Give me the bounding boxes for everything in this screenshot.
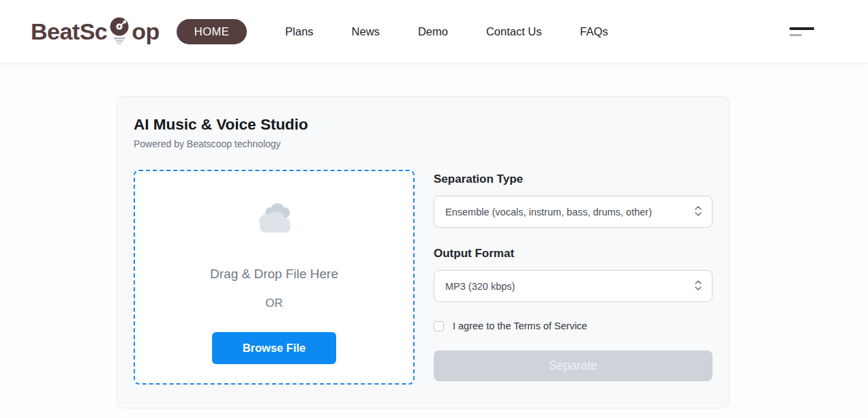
file-dropzone[interactable]: Drag & Drop File Here OR Browse File (134, 170, 415, 385)
page-subtitle: Powered by Beatscoop technology (134, 138, 713, 149)
nav-item-plans[interactable]: Plans (285, 25, 313, 38)
nav-item-demo[interactable]: Demo (418, 25, 448, 38)
main-nav: HOME Plans News Demo Contact Us FAQs (177, 19, 608, 44)
separation-form: Separation Type Ensemble (vocals, instru… (434, 170, 713, 385)
output-format-value: MP3 (320 kbps) (445, 281, 515, 292)
cloud-upload-icon (252, 200, 297, 237)
menu-button[interactable] (790, 23, 814, 40)
dropzone-or-divider: OR (265, 297, 283, 310)
nav-item-faqs[interactable]: FAQs (580, 25, 608, 38)
studio-card: AI Music & Voice Studio Powered by Beats… (117, 96, 730, 408)
separation-type-label: Separation Type (434, 173, 713, 186)
separate-button[interactable]: Separate (434, 350, 713, 381)
logo-text-left: BeatSc (31, 18, 107, 45)
main-content: AI Music & Voice Studio Powered by Beats… (0, 96, 868, 408)
brand-logo[interactable]: BeatSc op (31, 10, 160, 53)
terms-checkbox[interactable] (434, 321, 444, 331)
nav-item-home[interactable]: HOME (177, 19, 248, 44)
terms-label: I agree to the Terms of Service (453, 320, 587, 331)
chevron-up-down-icon (694, 279, 702, 294)
logo-text-right: op (132, 18, 160, 45)
output-format-label: Output Format (434, 247, 713, 260)
chevron-up-down-icon (694, 205, 702, 220)
studio-columns: Drag & Drop File Here OR Browse File Sep… (134, 170, 713, 385)
menu-icon (790, 27, 814, 36)
nav-item-contact-us[interactable]: Contact Us (486, 25, 542, 38)
terms-row: I agree to the Terms of Service (434, 320, 713, 331)
page-title: AI Music & Voice Studio (134, 116, 713, 134)
nav-item-news[interactable]: News (352, 25, 380, 38)
dropzone-heading: Drag & Drop File Here (210, 267, 338, 282)
separation-type-select[interactable]: Ensemble (vocals, instrum, bass, drums, … (434, 196, 713, 228)
vinyl-record-icon (108, 17, 131, 53)
output-format-select[interactable]: MP3 (320 kbps) (434, 270, 713, 302)
header: BeatSc op HOME Plans News Demo Contact U… (0, 0, 868, 63)
separation-type-value: Ensemble (vocals, instrum, bass, drums, … (445, 207, 652, 218)
browse-file-button[interactable]: Browse File (212, 332, 337, 364)
